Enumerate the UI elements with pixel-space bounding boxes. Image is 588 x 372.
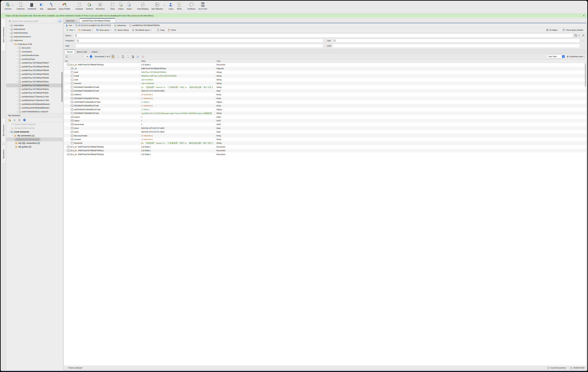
toolbar-button-connect[interactable]: ▼Connect [3, 2, 13, 10]
row-expand-icon[interactable]: › [69, 101, 71, 103]
toolbar-button-import[interactable]: Import [125, 2, 133, 10]
search-input[interactable] [12, 20, 56, 22]
row-expand-icon[interactable]: › [69, 109, 71, 110]
sidebar-item-ws648475ac7937986a87f0064e[interactable]: ›ws648475ac7937986a87f0064e [6, 87, 63, 91]
result-tab-query-code[interactable]: Query Code [75, 50, 89, 54]
tab-quickstart[interactable]: Quickstart× [64, 19, 79, 23]
help-icon[interactable]: ? [23, 118, 26, 121]
column-header-key[interactable]: Key [64, 59, 140, 63]
chevron-icon[interactable]: › [16, 47, 18, 49]
chevron-icon[interactable]: › [16, 81, 18, 83]
chevron-icon[interactable]: › [16, 92, 18, 94]
dropdown-caret-icon[interactable]: ▼ [12, 5, 13, 6]
vertical-tab-operations[interactable]: Operations [1, 145, 6, 163]
tab-close-icon[interactable]: × [112, 20, 113, 22]
dropdown-caret-icon[interactable]: ▼ [164, 5, 165, 6]
inspect-document-icon[interactable] [131, 55, 135, 58]
table-row[interactable]: ›[]6252d6df71196a958c327edb[ 1 elements … [64, 104, 261, 107]
toolbar-button-go-to-free[interactable]: FREEGo to Free [197, 2, 209, 10]
sidebar-item-ws657004b66f4f3c6cc7d3a670[interactable]: ›ws657004b66f4f3c6cc7d3a670 [6, 110, 63, 114]
chevron-icon[interactable]: › [16, 85, 18, 86]
toolbar-button-data-masking[interactable]: ***Data Masking [136, 2, 150, 10]
breadcrumb-item-mdwsrows[interactable]: mdwsrows [114, 24, 126, 27]
set-default-query-button[interactable]: Set default query▼ [131, 28, 153, 32]
load-query-button[interactable]: Load query▼ [77, 28, 94, 32]
chevron-icon[interactable]: › [8, 32, 10, 34]
chevron-icon[interactable]: › [8, 36, 10, 38]
row-expand-icon[interactable]: › [65, 150, 67, 151]
toolbar-button-compare[interactable]: Compare [74, 2, 84, 10]
table-row[interactable]: ›"_"caiduser-workflowString [64, 78, 261, 82]
chevron-icon[interactable]: › [16, 99, 18, 101]
toolbar-button-sql-migration[interactable]: ▼SQL Migration [150, 2, 165, 10]
chevron-icon[interactable]: › [12, 135, 14, 137]
discard-icon[interactable] [141, 55, 145, 58]
selected-connection-row[interactable] [6, 138, 63, 141]
vertical-tab-open-connections[interactable]: Open connections [1, 19, 6, 51]
toolbar-button-aggregate[interactable]: Aggregate [46, 2, 57, 10]
chevron-icon[interactable]: › [16, 73, 18, 75]
table-row[interactable]: ›"_"6252d6df71196a958c327ed8{\n "应用名称": … [64, 85, 261, 89]
chevron-icon[interactable]: › [16, 96, 18, 97]
resource-item-my-queries-0[interactable]: {}My queries (0) [6, 145, 63, 149]
table-row[interactable]: ›i32sharerange2Int32 [64, 123, 261, 126]
chevron-icon[interactable]: › [16, 51, 18, 53]
match-case-button[interactable]: aA [58, 19, 62, 23]
projection-input[interactable] [75, 39, 261, 43]
chevron-icon[interactable]: › [16, 58, 18, 60]
table-row[interactable]: ›{}ot6252d6df71196a958c327eda{ 2 fields … [64, 100, 261, 104]
save-query-button[interactable]: Save query▼ [95, 28, 112, 32]
table-row[interactable]: ›i32autoid1Int32 [64, 115, 261, 119]
column-header-type[interactable]: Type [215, 59, 261, 63]
chevron-icon[interactable]: › [16, 66, 18, 67]
toolbar-button-feedback[interactable]: Feedback [186, 2, 197, 10]
sidebar-item-mdworksheet[interactable]: ›mdworksheet [6, 27, 63, 31]
table-row[interactable]: ›{}(4) {_id : 648475ad7937986a87f006ad}{… [64, 152, 261, 156]
sidebar-item-ws648475ac7937986a87f0064f[interactable]: ›ws648475ac7937986a87f0064f [6, 91, 63, 95]
toolbar-button-users[interactable]: Users [167, 2, 175, 10]
sidebar-item-mdworksheetsearch[interactable]: ›mdworksheetsearch [6, 35, 63, 39]
refresh-icon[interactable] [18, 118, 21, 121]
sidebar-item-ws648475ac7937986a87f0064c[interactable]: ›ws648475ac7937986a87f0064c [6, 80, 63, 84]
breadcrumb-item-root[interactable]: root [65, 24, 72, 27]
table-row[interactable]: ›"_"rowid9fbd9b1a-4df8-4ecc-a2b5-5831243… [64, 74, 261, 78]
toolbar-button-reschema[interactable]: Reschema [94, 2, 106, 10]
result-tab-explain[interactable]: Explain [89, 50, 100, 54]
add-document-icon[interactable] [116, 55, 120, 58]
sidebar-item-ws648475ac7937986a87f00648[interactable]: ›ws648475ac7937986a87f00648 [6, 65, 63, 69]
table-row[interactable]: ›{}ot6252d6df71196a958c327edb{ 2 fields … [64, 108, 261, 111]
pagination-arrows[interactable]: |← ← → →| [70, 55, 83, 58]
chevron-icon[interactable]: › [16, 103, 18, 105]
sidebar-item-ws648eb424a1723beb9c2c7fd4[interactable]: ›ws648eb424a1723beb9c2c7fd4 [6, 98, 63, 102]
table-row[interactable]: ›{}(1) {_id : 648475ad7937986a87f006aa}{… [64, 63, 261, 66]
sidebar-item-mdworkflow[interactable]: ›mdworkflow [6, 23, 63, 27]
chevron-icon[interactable]: › [16, 111, 18, 113]
toolbar-button-collection[interactable]: Collection [15, 2, 26, 10]
sidebar-scrollbar[interactable] [62, 72, 63, 102]
run-button[interactable]: Run▼ [65, 28, 76, 32]
toolbar-button-roles[interactable]: Roles [175, 2, 183, 10]
table-row[interactable]: ›116252d6df71196a958c327ed92022-04-12T12… [64, 89, 261, 93]
result-tab-result[interactable]: Result [65, 49, 75, 54]
table-row[interactable]: ›[]unreads[ 0 elements ]Array [64, 138, 261, 141]
page-size-select[interactable]: 50 ⌄ [85, 55, 93, 58]
table-row[interactable]: ›11utime2023-06-10T13:07:57.462ZDate [64, 130, 261, 134]
column-header-value[interactable]: Value [140, 59, 215, 63]
chevron-icon[interactable]: › [8, 24, 10, 26]
table-row[interactable]: ›{}(3) {_id : 648475ad7937986a87f006ac}{… [64, 149, 261, 152]
row-expand-icon[interactable]: › [65, 146, 67, 148]
sidebar-item-ws648ea55aa1723beb9c2c7fae[interactable]: ›ws648ea55aa1723beb9c2c7fae [6, 95, 63, 99]
edit-document-icon[interactable] [126, 55, 130, 58]
breadcrumb-item-10-211-55-9-root-10-211-55-9-27017[interactable]: 10.211.55.9 (root@10.211.55.9:27017) [75, 24, 111, 27]
toolbar-button-sql[interactable]: SQL [38, 2, 46, 10]
add-folder-icon[interactable] [8, 118, 11, 121]
sidebar-item-ws649b90e4425808bd888d4a0d[interactable]: ›ws649b90e4425808bd888d4a0d [6, 102, 63, 106]
chevron-icon[interactable]: › [16, 62, 18, 64]
resource-item-my-connections-1[interactable]: ›My connections (1) [6, 134, 63, 138]
sidebar-item-ws649bac49425808bd888d4a62[interactable]: ›ws649bac49425808bd888d4a62 [6, 106, 63, 110]
sidebar-item-ws648475ac7937986a87f00649[interactable]: ›ws648475ac7937986a87f00649 [6, 68, 63, 72]
query-history-button[interactable]: Query history [113, 28, 130, 32]
copy-button[interactable]: Copy [156, 28, 166, 32]
chevron-icon[interactable]: › [8, 28, 10, 30]
query-input[interactable] [74, 33, 261, 38]
